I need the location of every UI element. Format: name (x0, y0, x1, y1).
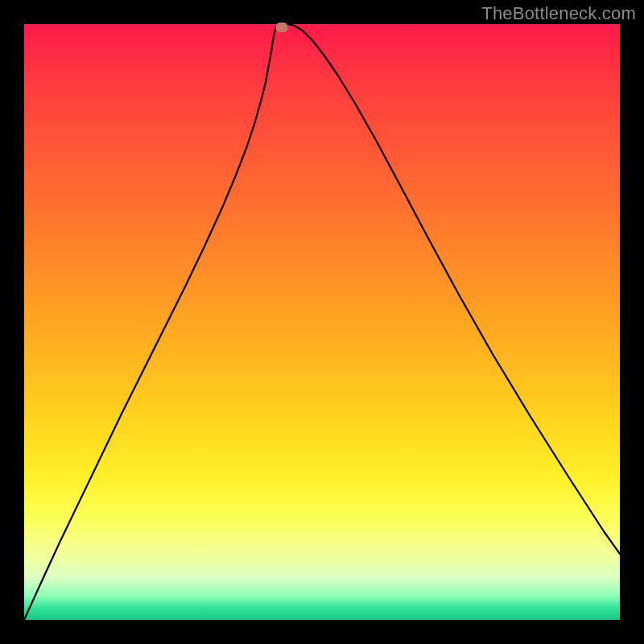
chart-frame: TheBottleneck.com (0, 0, 644, 644)
chart-plot-area (24, 24, 620, 620)
bottleneck-curve (24, 24, 620, 620)
watermark-text: TheBottleneck.com (481, 3, 636, 24)
optimal-point-marker (276, 23, 287, 32)
